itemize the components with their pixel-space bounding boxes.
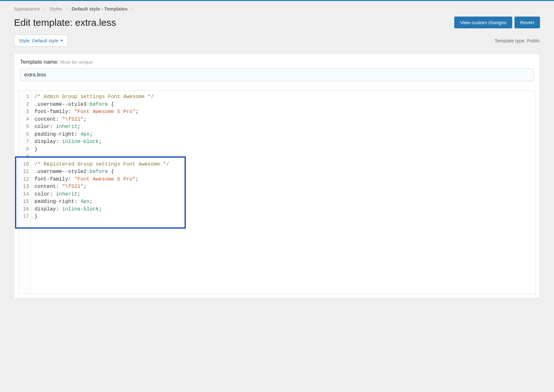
code-line[interactable]: display: inline-block;	[34, 138, 532, 146]
code-line[interactable]: padding-right: 4px;	[34, 131, 532, 139]
breadcrumb-appearance[interactable]: Appearance	[14, 6, 40, 11]
code-area[interactable]: /* Admin Group settings Font Awesome */.…	[31, 91, 536, 294]
code-line[interactable]: }	[34, 146, 532, 153]
code-line[interactable]: color: inherit;	[34, 191, 532, 198]
caret-down-icon	[60, 40, 63, 41]
chevron-right-icon: ›	[131, 6, 133, 11]
code-line[interactable]: font-family: "Font Awesome 5 Pro";	[34, 108, 532, 116]
line-number: 6	[23, 131, 29, 139]
code-editor[interactable]: 1234567891011121314151617 /* Admin Group…	[18, 90, 536, 294]
line-number: 3	[23, 108, 29, 116]
line-number: 10	[23, 161, 29, 168]
revert-button[interactable]: Revert	[514, 17, 540, 28]
line-number: 16	[23, 206, 29, 213]
line-number: 4	[23, 116, 29, 124]
line-number: 7	[23, 138, 29, 146]
style-selector-dropdown[interactable]: Style: Default style	[14, 35, 68, 46]
view-custom-changes-button[interactable]: View custom changes	[454, 17, 512, 28]
template-panel: Template name: Must be unique 1234567891…	[14, 53, 540, 298]
code-line[interactable]: color: inherit;	[34, 123, 532, 131]
code-line[interactable]: font-family: "Font Awesome 5 Pro";	[34, 176, 532, 183]
code-line[interactable]	[34, 153, 532, 161]
breadcrumb-styles[interactable]: Styles	[49, 6, 62, 11]
line-number: 2	[23, 101, 29, 109]
code-line[interactable]: padding-right: 4px;	[34, 198, 532, 206]
code-line[interactable]: }	[34, 213, 532, 221]
line-number: 5	[23, 123, 29, 131]
line-number: 17	[23, 213, 29, 221]
code-line[interactable]: content: "\f521";	[34, 183, 532, 191]
code-line[interactable]: .username--style3:before {	[34, 101, 532, 109]
style-selector-label: Style: Default style	[19, 38, 58, 43]
line-number: 13	[23, 183, 29, 191]
line-number: 14	[23, 191, 29, 198]
line-number-gutter: 1234567891011121314151617	[18, 91, 31, 294]
template-name-label: Template name: Must be unique	[20, 59, 534, 65]
template-name-hint: Must be unique	[60, 59, 93, 65]
line-number: 8	[23, 146, 29, 153]
line-number: 1	[23, 93, 29, 101]
line-number: 11	[23, 168, 29, 176]
chevron-right-icon: ›	[66, 6, 68, 11]
code-line[interactable]: /* Registered Group settings Font Awesom…	[34, 161, 532, 168]
breadcrumb-current: Default style - Templates	[71, 6, 128, 11]
code-line[interactable]: content: "\f521";	[34, 116, 532, 124]
line-number: 9	[23, 153, 29, 161]
code-line[interactable]: .username--style2:before {	[34, 168, 532, 176]
template-type-label: Template type: Public	[494, 38, 540, 43]
line-number: 15	[23, 198, 29, 206]
template-name-input[interactable]	[20, 68, 534, 81]
code-line[interactable]: display: inline-block;	[34, 206, 532, 213]
breadcrumb: Appearance › Styles › Default style - Te…	[14, 1, 540, 15]
code-line[interactable]: /* Admin Group settings Font Awesome */	[34, 93, 532, 101]
page-title: Edit template: extra.less	[14, 17, 116, 28]
chevron-right-icon: ›	[44, 6, 45, 11]
line-number: 12	[23, 176, 29, 183]
